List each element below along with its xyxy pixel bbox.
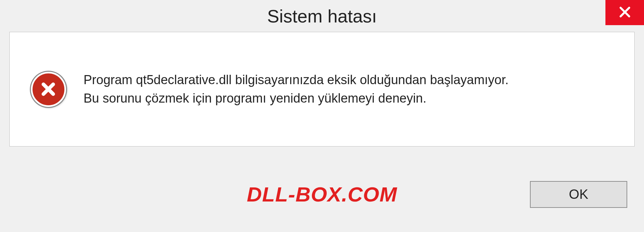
title-bar: Sistem hatası <box>0 0 644 32</box>
ok-button[interactable]: OK <box>530 181 627 208</box>
error-icon <box>31 72 66 107</box>
content-panel: Program qt5declarative.dll bilgisayarını… <box>9 32 635 147</box>
close-icon <box>618 5 632 21</box>
footer-bar: DLL-BOX.COM OK <box>0 167 644 232</box>
dialog-title: Sistem hatası <box>267 6 377 26</box>
watermark-text: DLL-BOX.COM <box>247 182 397 206</box>
close-button[interactable] <box>605 0 644 25</box>
message-line-2: Bu sorunu çözmek için programı yeniden y… <box>84 89 614 108</box>
error-message: Program qt5declarative.dll bilgisayarını… <box>84 71 614 108</box>
message-line-1: Program qt5declarative.dll bilgisayarını… <box>84 71 614 89</box>
error-dialog: Sistem hatası Program qt5declarative.dll… <box>0 0 644 232</box>
error-icon-wrapper <box>30 71 67 108</box>
